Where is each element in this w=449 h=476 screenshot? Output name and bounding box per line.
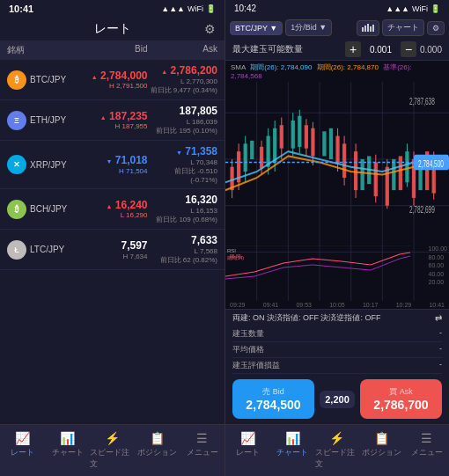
- xrp-ask-price: 71,358: [148, 145, 218, 157]
- list-item[interactable]: ₿ BCH/JPY 16,240 L 16,290 16,320 L 16,15…: [0, 189, 224, 230]
- position-icon: 📋: [150, 431, 165, 445]
- right-nav-chart[interactable]: 📊 チャート: [270, 428, 315, 472]
- settings-icon[interactable]: ⚙: [204, 22, 216, 36]
- right-nav-menu[interactable]: ☰ メニュー: [404, 428, 449, 472]
- bch-icon: ₿: [7, 200, 26, 219]
- list-item[interactable]: Ł LTC/JPY 7,597 H 7,634 7,633 L 7,568 前日…: [0, 230, 224, 270]
- spread-badge: 2,200: [320, 391, 355, 408]
- time-label-3: 09:53: [296, 302, 312, 308]
- trade-row-qty: 建玉数量 -: [232, 326, 442, 342]
- eth-pair: ETH/JPY: [30, 115, 66, 125]
- trade-info-section: 建玉数量 - 平均価格 - 建玉評価損益 -: [225, 326, 449, 374]
- r-position-label: ポジション: [362, 447, 401, 458]
- order-buttons: 売 Bid 2,784,500 2,200 買 Ask 2,786,700: [225, 374, 449, 424]
- right-settings-btn[interactable]: ⚙: [427, 21, 445, 35]
- svg-rect-38: [322, 131, 326, 156]
- buy-label: 買 Ask: [365, 386, 437, 398]
- bch-pair: BCH/JPY: [30, 204, 67, 214]
- eth-change: 前日比 195 (0.10%): [148, 126, 218, 135]
- rates-list: ₿ BTC/JPY 2,784,000 H 2,791,500 2,786,20…: [0, 60, 224, 424]
- speed-label: スピード注文: [90, 447, 135, 470]
- eth-ask-col: 187,805 L 186,039 前日比 195 (0.10%): [148, 105, 218, 135]
- svg-rect-3: [370, 26, 372, 32]
- trade-status-text: 両建: ON 決済指値: OFF 決済逆指値: OFF: [232, 312, 381, 324]
- svg-rect-2: [367, 24, 369, 32]
- bch-ask-price: 16,320: [148, 194, 218, 206]
- r-chart-icon: 📊: [285, 431, 300, 445]
- chart-view-btn[interactable]: チャート: [382, 19, 424, 36]
- bch-change: 前日比 109 (0.68%): [148, 215, 218, 224]
- eth-ask-price: 187,805: [148, 105, 218, 117]
- menu-icon: ☰: [196, 431, 208, 445]
- time-label-4: 10:05: [329, 302, 345, 308]
- left-nav-chart[interactable]: 📊 チャート: [45, 428, 90, 472]
- left-status-icons: ▲▲▲ WiFi 🔋: [161, 4, 216, 13]
- col-ask-header: Ask: [148, 44, 218, 56]
- xrp-icon: ✕: [7, 155, 26, 174]
- left-nav-speed[interactable]: ⚡ スピード注文: [90, 428, 135, 472]
- list-item[interactable]: ✕ XRP/JPY 71,018 H 71,504 71,358 L 70,34…: [0, 141, 224, 189]
- pnl-row-label: 建玉評価損益: [232, 360, 280, 371]
- btc-bid-col: 2,784,000 H 2,791,500: [77, 70, 148, 90]
- xrp-ask-col: 71,358 L 70,348 前日比 -0.510 (-0.71%): [148, 145, 218, 184]
- qty-minus-btn[interactable]: +: [345, 41, 361, 57]
- r-battery-icon: 🔋: [431, 4, 440, 13]
- svg-rect-4: [372, 25, 374, 32]
- col-bid-header: Bid: [77, 44, 148, 56]
- coin-info-bch: ₿ BCH/JPY: [7, 200, 77, 219]
- buy-button[interactable]: 買 Ask 2,786,700: [360, 379, 442, 419]
- sma-values: 期間(26): 2,784,090: [250, 63, 312, 71]
- avg-row-label: 平均価格: [232, 344, 264, 355]
- chart-type-btn[interactable]: [357, 20, 379, 36]
- svg-text:85.89: 85.89: [230, 253, 241, 259]
- max-qty-bar: 最大建玉可能数量 + 0.001 − 0.000: [225, 39, 449, 61]
- trade-status-bar: 両建: ON 決済指値: OFF 決済逆指値: OFF ⇄: [225, 309, 449, 326]
- left-panel: 10:41 ▲▲▲ WiFi 🔋 レート ⚙ 銘柄 Bid Ask ₿ BTC/…: [0, 0, 224, 476]
- left-status-bar: 10:41 ▲▲▲ WiFi 🔋: [0, 0, 224, 18]
- wifi-icon: WiFi: [188, 4, 203, 13]
- r-rate-label: レート: [236, 447, 260, 458]
- right-nav-position[interactable]: 📋 ポジション: [359, 428, 404, 472]
- time-label-7: 10:41: [429, 302, 445, 308]
- ltc-pair: LTC/JPY: [30, 245, 64, 254]
- rsi-scale: 100.00 80.00 60.00 40.00 20.00: [429, 245, 447, 285]
- r-wifi-icon: WiFi: [412, 4, 428, 13]
- coin-info-btc: ₿ BTC/JPY: [7, 70, 77, 90]
- sell-button[interactable]: 売 Bid 2,784,500: [232, 379, 314, 419]
- left-nav-menu[interactable]: ☰ メニュー: [180, 428, 224, 472]
- bch-bid-col: 16,240 L 16,290: [77, 199, 148, 219]
- coin-info-ltc: Ł LTC/JPY: [7, 240, 77, 260]
- right-nav-speed[interactable]: ⚡ スピード注文: [315, 428, 360, 472]
- r-signal-icon: ▲▲▲: [386, 4, 409, 13]
- time-label-1: 09:29: [230, 302, 246, 308]
- sma-label: SMA: [231, 63, 246, 71]
- eth-bid-price: 187,235: [77, 110, 148, 122]
- rate-label: レート: [11, 447, 34, 458]
- left-nav-rate[interactable]: 📈 レート: [0, 428, 45, 472]
- trade-row-avg: 平均価格 -: [232, 342, 442, 358]
- left-nav-position[interactable]: 📋 ポジション: [135, 428, 180, 472]
- transfer-icon[interactable]: ⇄: [435, 313, 442, 323]
- time-label-6: 10:29: [396, 302, 412, 308]
- rsi-chart-svg: RSI 期間(14) 85.89: [225, 245, 410, 285]
- ltc-change: 前日比 62 (0.82%): [148, 255, 218, 265]
- max-qty-label: 最大建玉可能数量: [232, 43, 345, 55]
- list-item[interactable]: Ξ ETH/JPY 187,235 H 187,955 187,805 L 18…: [0, 100, 224, 141]
- ltc-ask-sub: L 7,568: [148, 247, 218, 255]
- ltc-bid-col: 7,597 H 7,634: [77, 239, 148, 260]
- right-nav-rate[interactable]: 📈 レート: [225, 428, 270, 472]
- eth-bid-sub: H 187,955: [77, 122, 148, 130]
- chart-info: SMA 期間(26): 2,784,090 期間(26): 2,784,870 …: [225, 61, 449, 82]
- pair-selector[interactable]: BTC/JPY ▼: [230, 21, 283, 35]
- btc-bid-price: 2,784,000: [77, 70, 148, 82]
- ltc-icon: Ł: [7, 240, 26, 260]
- left-time: 10:41: [9, 4, 33, 14]
- chart-icon: 📊: [60, 431, 75, 445]
- table-header: 銘柄 Bid Ask: [0, 40, 224, 60]
- btc-icon: ₿: [7, 70, 26, 90]
- r-speed-label: スピード注文: [315, 447, 360, 470]
- interval-selector[interactable]: 1分/Bid ▼: [285, 19, 332, 36]
- right-bottom-nav: 📈 レート 📊 チャート ⚡ スピード注文 📋 ポジション ☰ メニュー: [225, 424, 449, 476]
- qty-plus-btn[interactable]: −: [401, 41, 416, 57]
- list-item[interactable]: ₿ BTC/JPY 2,784,000 H 2,791,500 2,786,20…: [0, 60, 224, 100]
